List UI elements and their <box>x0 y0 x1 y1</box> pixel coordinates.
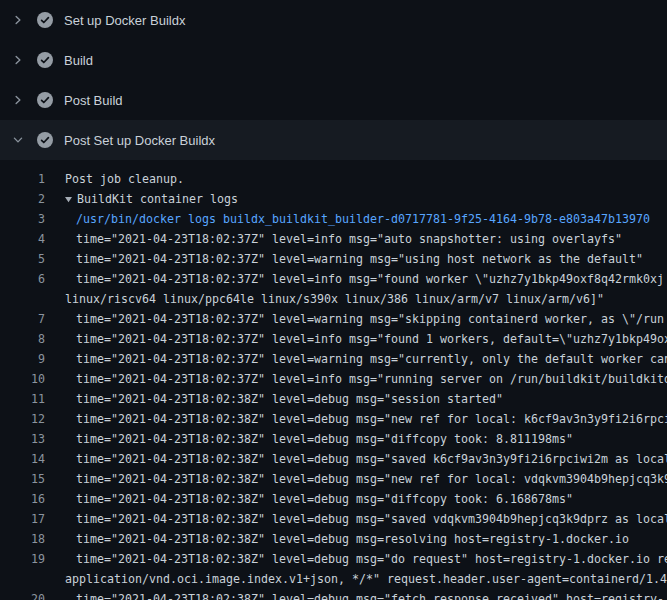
log-line-number[interactable] <box>0 289 45 309</box>
log-line-text: time="2021-04-23T18:02:38Z" level=debug … <box>76 549 667 569</box>
log-line-number[interactable]: 8 <box>0 329 45 349</box>
step-title: Build <box>64 53 93 68</box>
log-line: 1 Post job cleanup. <box>0 169 667 189</box>
check-circle-icon <box>37 132 53 148</box>
log-line: 20 time="2021-04-23T18:02:38Z" level=deb… <box>0 589 667 600</box>
log-line-number[interactable]: 15 <box>0 469 45 489</box>
log-line: 17 time="2021-04-23T18:02:38Z" level=deb… <box>0 509 667 529</box>
log-line-number[interactable]: 2 <box>0 189 45 209</box>
log-line-number[interactable]: 5 <box>0 249 45 269</box>
log-line-number[interactable]: 4 <box>0 229 45 249</box>
log-line: linux/riscv64 linux/ppc64le linux/s390x … <box>0 289 667 309</box>
log-line-text: linux/riscv64 linux/ppc64le linux/s390x … <box>65 289 604 309</box>
log-line-number[interactable]: 17 <box>0 509 45 529</box>
log-line-number[interactable]: 9 <box>0 349 45 369</box>
log-line-text: time="2021-04-23T18:02:37Z" level=info m… <box>76 369 667 389</box>
log-line: 3 /usr/bin/docker logs buildx_buildkit_b… <box>0 209 667 229</box>
log-line-text: time="2021-04-23T18:02:38Z" level=debug … <box>76 509 667 529</box>
log-line-text: Post job cleanup. <box>65 169 184 189</box>
step-log-output: 1 Post job cleanup. 2 BuildKit container… <box>0 160 667 600</box>
log-line-text: /usr/bin/docker logs buildx_buildkit_bui… <box>76 209 650 229</box>
log-line-text: time="2021-04-23T18:02:38Z" level=debug … <box>76 389 503 409</box>
check-circle-icon <box>37 12 53 28</box>
log-line: 13 time="2021-04-23T18:02:38Z" level=deb… <box>0 429 667 449</box>
log-line: 6 time="2021-04-23T18:02:37Z" level=info… <box>0 269 667 289</box>
step-header-1[interactable]: Build <box>0 40 667 80</box>
log-line-number[interactable]: 18 <box>0 529 45 549</box>
log-line: 10 time="2021-04-23T18:02:37Z" level=inf… <box>0 369 667 389</box>
log-line: 4 time="2021-04-23T18:02:37Z" level=info… <box>0 229 667 249</box>
chevron-right-icon <box>12 14 24 26</box>
check-circle-icon <box>37 52 53 68</box>
log-line-number[interactable]: 3 <box>0 209 45 229</box>
log-group-header: 2 BuildKit container logs <box>0 189 667 209</box>
log-line-number[interactable]: 11 <box>0 389 45 409</box>
log-line: 8 time="2021-04-23T18:02:37Z" level=info… <box>0 329 667 349</box>
log-line-text: time="2021-04-23T18:02:38Z" level=debug … <box>76 409 667 429</box>
log-line-number[interactable]: 1 <box>0 169 45 189</box>
log-line: 18 time="2021-04-23T18:02:38Z" level=deb… <box>0 529 667 549</box>
log-line-text: time="2021-04-23T18:02:38Z" level=debug … <box>76 489 573 509</box>
log-line: 14 time="2021-04-23T18:02:38Z" level=deb… <box>0 449 667 469</box>
workflow-steps-list: Set up Docker Buildx Build Post Build Po… <box>0 0 667 160</box>
log-line-text: time="2021-04-23T18:02:38Z" level=debug … <box>76 429 573 449</box>
log-line: 7 time="2021-04-23T18:02:37Z" level=warn… <box>0 309 667 329</box>
log-line-text: time="2021-04-23T18:02:37Z" level=info m… <box>76 229 622 249</box>
step-title: Post Set up Docker Buildx <box>64 133 215 148</box>
log-line-text: BuildKit container logs <box>65 189 238 209</box>
log-line-number[interactable]: 13 <box>0 429 45 449</box>
log-line: 15 time="2021-04-23T18:02:38Z" level=deb… <box>0 469 667 489</box>
log-line: application/vnd.oci.image.index.v1+json,… <box>0 569 667 589</box>
log-line-text: time="2021-04-23T18:02:37Z" level=info m… <box>76 269 664 289</box>
log-line-text: time="2021-04-23T18:02:38Z" level=debug … <box>76 589 664 600</box>
step-header-0[interactable]: Set up Docker Buildx <box>0 0 667 40</box>
log-line-text: time="2021-04-23T18:02:38Z" level=debug … <box>76 449 667 469</box>
log-line-number[interactable]: 14 <box>0 449 45 469</box>
log-line: 19 time="2021-04-23T18:02:38Z" level=deb… <box>0 549 667 569</box>
check-circle-icon <box>37 92 53 108</box>
log-line-number[interactable]: 10 <box>0 369 45 389</box>
log-line-number[interactable]: 16 <box>0 489 45 509</box>
log-line: 9 time="2021-04-23T18:02:37Z" level=warn… <box>0 349 667 369</box>
chevron-right-icon <box>12 54 24 66</box>
log-line-number[interactable]: 19 <box>0 549 45 569</box>
step-title: Set up Docker Buildx <box>64 13 185 28</box>
log-line-text: time="2021-04-23T18:02:38Z" level=debug … <box>76 529 629 549</box>
log-line-text: time="2021-04-23T18:02:37Z" level=warnin… <box>76 249 643 269</box>
step-title: Post Build <box>64 93 123 108</box>
log-line-text: time="2021-04-23T18:02:37Z" level=warnin… <box>76 309 664 329</box>
log-line-text: time="2021-04-23T18:02:37Z" level=warnin… <box>76 349 667 369</box>
log-line: 11 time="2021-04-23T18:02:38Z" level=deb… <box>0 389 667 409</box>
log-line: 5 time="2021-04-23T18:02:37Z" level=warn… <box>0 249 667 269</box>
log-line-number[interactable]: 12 <box>0 409 45 429</box>
log-line-number[interactable]: 20 <box>0 589 45 600</box>
chevron-down-icon <box>12 134 24 146</box>
log-line-number[interactable]: 6 <box>0 269 45 289</box>
chevron-right-icon <box>12 94 24 106</box>
log-line: 16 time="2021-04-23T18:02:38Z" level=deb… <box>0 489 667 509</box>
log-line-text: time="2021-04-23T18:02:37Z" level=info m… <box>76 329 667 349</box>
log-line-text: time="2021-04-23T18:02:38Z" level=debug … <box>76 469 667 489</box>
log-line-number[interactable]: 7 <box>0 309 45 329</box>
step-header-3[interactable]: Post Set up Docker Buildx <box>0 120 667 160</box>
log-line: 12 time="2021-04-23T18:02:38Z" level=deb… <box>0 409 667 429</box>
collapse-triangle-icon[interactable] <box>65 196 72 203</box>
step-header-2[interactable]: Post Build <box>0 80 667 120</box>
log-line-number[interactable] <box>0 569 45 589</box>
log-line-text: application/vnd.oci.image.index.v1+json,… <box>65 569 667 589</box>
